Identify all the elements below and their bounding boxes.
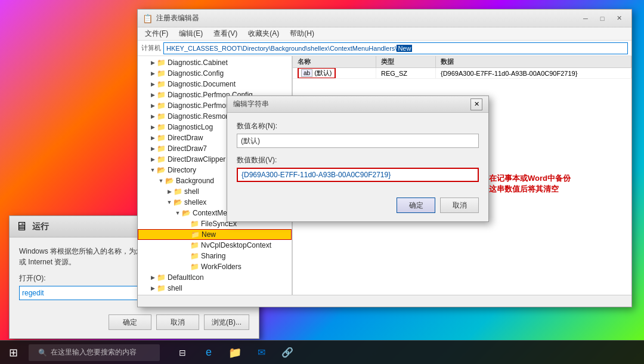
folder-icon: 📁 [157,273,166,282]
expand-icon: ▶ [148,156,157,162]
expand-icon: ▶ [148,92,157,98]
mail-icon: ✉ [258,347,265,358]
expand-icon: ▶ [148,274,157,280]
explorer-button[interactable]: 📁 [224,342,246,363]
edit-ok-button[interactable]: 确定 [397,198,435,213]
edit-data-input[interactable] [237,168,479,182]
tree-item-new[interactable]: 📁 New [138,229,292,240]
expand-icon: ▶ [148,146,157,152]
folder-icon: 📁 [157,144,166,153]
tree-item-nvcpl[interactable]: 📁 NvCplDesktopContext [138,240,292,251]
edit-name-input[interactable] [237,134,479,148]
search-placeholder: 在这里输入您要搜索的内容 [51,347,137,357]
annotation-line2: 这串数值后将其清空 [489,184,559,195]
expand-icon: ▶ [148,124,157,130]
folder-icon: 📁 [190,252,199,260]
taskbar-search-box[interactable]: 🔍 在这里输入您要搜索的内容 [29,344,160,361]
run-browse-button[interactable]: 浏览(B)... [204,314,249,330]
tree-item-label: New [202,230,216,239]
expand-icon: ▼ [157,178,165,184]
tree-item-label: WorkFolders [201,263,242,271]
taskview-button[interactable]: ⊟ [172,342,193,363]
tree-item-label: Directory [168,166,196,174]
menu-favorites[interactable]: 收藏夹(A) [243,27,284,40]
tree-item[interactable]: ▶ 📁 Diagnostic.Cabinet [138,57,292,68]
tree-item-label: DiagnosticLog [168,123,213,131]
start-button[interactable]: ⊞ [0,341,26,365]
tree-item-label: DirectDraw7 [168,144,207,153]
edge-icon: e [206,346,212,359]
app-button[interactable]: 🔗 [277,342,298,363]
expand-icon: ▶ [165,189,174,195]
minimize-button[interactable]: ─ [578,13,593,24]
tree-item-workfolders[interactable]: 📁 WorkFolders [138,261,292,272]
tree-item[interactable]: ▶ 📁 Diagnostic.Document [138,79,292,90]
address-bar: 计算机 HKEY_CLASSES_ROOT\Directory\Backgrou… [138,41,631,56]
window-controls: ─ □ ✕ [578,13,627,24]
tree-item-label: DirectDrawClipper [168,155,225,164]
values-row[interactable]: ab (默认) REG_SZ {D969A300-E7FF-11d0-A93B-… [293,68,631,79]
folder-icon: 📁 [157,134,166,142]
folder-icon: 📁 [157,69,166,78]
expand-icon: ▶ [148,81,157,87]
col-name: 名称 [293,56,376,67]
run-ok-button[interactable]: 确定 [109,314,151,330]
tree-item-shell2[interactable]: ▶ 📁 shell [138,283,292,294]
expand-icon: ▼ [148,167,157,173]
annotation-line1: 在记事本或Word中备份 [489,173,571,184]
value-data: {D969A300-E7FF-11d0-A93B-00A0C90F2719} [436,68,631,78]
tree-item-label: DirectDraw [168,134,203,142]
run-cancel-button[interactable]: 取消 [156,314,199,330]
folder-icon: 📁 [157,284,166,292]
expand-icon: ▶ [148,60,157,66]
expand-icon: ▶ [148,113,157,119]
folder-open-icon: 📂 [165,177,174,185]
expand-icon: ▼ [165,199,174,205]
value-type: REG_SZ [376,68,436,78]
regedit-icon: 📋 [143,14,153,23]
edit-cancel-button[interactable]: 取消 [440,198,479,213]
expand-icon [182,221,190,227]
menu-help[interactable]: 帮助(H) [285,27,319,40]
folder-icon: 📁 [190,241,199,249]
folder-icon: 📁 [157,58,166,67]
tree-item-label: NvCplDesktopContext [201,241,271,249]
expand-icon: ▶ [148,285,157,291]
maximize-button[interactable]: □ [595,13,610,24]
tree-item-label: Diagnostic.Document [168,80,236,88]
edit-body: 数值名称(N): 数值数据(V): [227,113,488,194]
expand-icon [182,232,191,237]
search-icon: 🔍 [38,348,47,357]
taskbar-pinned-icons: ⊟ e 📁 ✉ 🔗 [172,342,298,363]
close-button[interactable]: ✕ [611,13,627,24]
folder-icon: 📁 [190,220,199,228]
folder-open-icon: 📂 [174,198,182,206]
expand-icon: ▶ [148,135,157,141]
menu-edit[interactable]: 编辑(E) [174,27,208,40]
folder-open-icon: 📂 [157,166,166,174]
folder-icon: 📁 [157,123,166,131]
expand-icon [182,253,190,259]
explorer-icon: 📁 [228,346,242,359]
tree-item-label: DefaultIcon [168,273,204,282]
regedit-statusbar [138,295,631,307]
menu-file[interactable]: 文件(F) [140,27,173,40]
expand-icon: ▼ [174,210,182,216]
menu-view[interactable]: 查看(V) [209,27,242,40]
folder-icon: 📁 [157,155,166,164]
expand-icon [182,264,190,270]
edge-button[interactable]: e [198,342,219,363]
value-name-badge: ab (默认) [298,68,336,78]
tree-item-defaulticon[interactable]: ▶ 📁 DefaultIcon [138,272,292,283]
mail-button[interactable]: ✉ [250,342,272,363]
address-value[interactable]: HKEY_CLASSES_ROOT\Directory\Background\s… [163,42,628,54]
tree-item-label: shell [168,284,182,292]
edit-close-button[interactable]: ✕ [470,98,482,110]
tree-item-label: shell [184,187,199,196]
tree-item-label: Diagnostic.Config [168,69,224,78]
taskbar: ⊞ 🔍 在这里输入您要搜索的内容 ⊟ e 📁 ✉ 🔗 [0,340,644,364]
regedit-titlebar: 📋 注册表编辑器 ─ □ ✕ [138,10,631,27]
tree-item-label: shellex [184,198,206,206]
tree-item-sharing[interactable]: 📁 Sharing [138,251,292,261]
tree-item[interactable]: ▶ 📁 Diagnostic.Config [138,68,292,79]
